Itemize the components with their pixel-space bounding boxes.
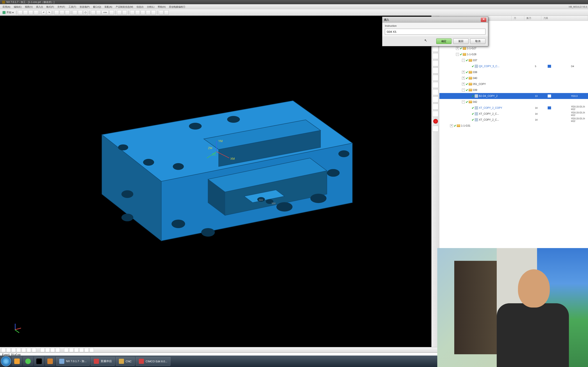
vt-btn-17[interactable] (90, 348, 94, 352)
toolbar-btn-g[interactable] (122, 10, 127, 15)
toolbar-btn-info[interactable]: ⓘ (83, 10, 88, 15)
toolbar-btn-copy[interactable] (60, 10, 64, 15)
tree-row[interactable]: ✔B2-D4_COPY_213YD3.3 (439, 93, 588, 99)
start-button[interactable]: 开始 ▾ (1, 11, 15, 14)
menu-application[interactable]: 应用(A) (1, 5, 12, 9)
tree-row[interactable]: ✔XT_COPY_2_COPY14YD3.15-D1.9-H12 (439, 105, 588, 111)
op-btn-15[interactable] (433, 126, 438, 132)
menu-insert[interactable]: 插入(I) (34, 5, 45, 9)
close-icon[interactable]: ✕ (481, 18, 486, 22)
graphics-viewport[interactable]: YM XM ZM ZC M4 M4 (0, 16, 431, 347)
vt-btn-7[interactable] (32, 348, 36, 352)
toolbar-btn-redo[interactable]: ↷ (47, 10, 51, 15)
vt-btn-11[interactable] (56, 348, 60, 352)
toolbar-btn-cut[interactable] (54, 10, 59, 15)
op-btn-10[interactable] (433, 82, 438, 88)
vt-btn-16[interactable] (84, 348, 89, 352)
tree-row[interactable]: +✔040 (439, 75, 588, 81)
toolbar-btn-css[interactable]: CSS (101, 10, 109, 15)
taskbar-item[interactable]: NX 7.0.1.7 - 加... (56, 357, 90, 366)
ok-button[interactable]: 确定 (436, 38, 451, 44)
menu-help[interactable]: 帮助(H) (156, 5, 167, 9)
vt-btn-1[interactable] (1, 348, 6, 352)
toolbar-sel-2[interactable] (135, 10, 140, 15)
vt-btn-5[interactable] (22, 348, 26, 352)
vt-btn-6[interactable] (27, 348, 31, 352)
vt-btn-8[interactable] (40, 348, 45, 352)
toolbar-btn-e[interactable] (109, 10, 114, 15)
menu-window[interactable]: 窗口(Q) (91, 5, 103, 9)
cancel-button[interactable]: 取消 (470, 38, 485, 44)
menu-view[interactable]: 视图(V) (23, 5, 34, 9)
tree-row[interactable]: ✔XT_COPY_2_C...14YD3.15-D1.9-H12 (439, 111, 588, 117)
menu-extra[interactable]: 星创电极编程① (167, 5, 187, 9)
tree-row[interactable]: ✔QX_COPY_5_C...5D4 (439, 63, 588, 69)
menu-edit[interactable]: 编辑(E) (12, 5, 23, 9)
toolbar-btn-a[interactable] (73, 10, 77, 15)
vt-btn-9[interactable] (45, 348, 50, 352)
toolbar-btn-4[interactable] (34, 10, 38, 15)
tree-row[interactable]: −✔037 (439, 57, 588, 63)
op-btn-5[interactable] (433, 46, 438, 52)
vt-btn-4[interactable] (16, 348, 21, 352)
vt-btn-12[interactable] (64, 348, 68, 352)
pin-3[interactable] (34, 357, 44, 366)
op-btn-6[interactable] (433, 53, 438, 59)
op-btn-11[interactable] (433, 89, 438, 95)
op-btn-12[interactable] (433, 96, 438, 102)
tree-row[interactable]: −✔1-1-G28 (439, 51, 588, 57)
menu-pmi[interactable]: 产品制造信息(M) (114, 5, 135, 9)
menu-info[interactable]: 信息(I) (135, 5, 145, 9)
toolbar-sel-6[interactable] (159, 10, 163, 15)
menu-assembly[interactable]: 装配(A) (103, 5, 114, 9)
tree-row[interactable]: ✔XT_COPY_2_C...14YD3.15-D1.9-H12 (439, 117, 588, 123)
instruction-input[interactable] (385, 29, 485, 35)
col-seq[interactable]: 刀 (512, 16, 524, 20)
tree-row[interactable]: +✔038 (439, 69, 588, 75)
dialog-title-bar[interactable]: 插入 ✕ (382, 17, 488, 23)
op-btn-14[interactable] (433, 111, 438, 117)
pin-2[interactable] (23, 357, 33, 366)
toolbar-btn-2[interactable] (23, 10, 28, 15)
toolbar-btn-f[interactable] (117, 10, 122, 15)
back-button[interactable]: 返回 (453, 38, 468, 44)
tree-row[interactable]: −✔039 (439, 87, 588, 93)
toolbar-btn-undo[interactable]: ↶ (41, 10, 46, 15)
tree-row[interactable]: +✔051_COPY (439, 81, 588, 87)
col-tool[interactable]: 刀具 (541, 16, 588, 20)
vt-btn-10[interactable] (50, 348, 55, 352)
menu-tools[interactable]: 工具(T) (67, 5, 78, 9)
vt-btn-2[interactable] (6, 348, 11, 352)
tree-row[interactable]: −✔042 (439, 99, 588, 105)
vt-btn-13[interactable] (69, 348, 74, 352)
start-orb[interactable] (1, 356, 11, 366)
toolbar-sel-7[interactable] (164, 10, 169, 15)
toolbar-sel-4[interactable] (146, 10, 150, 15)
toolbar-btn-3[interactable] (28, 10, 33, 15)
op-btn-7[interactable] (433, 60, 438, 66)
toolbar-btn-paste[interactable] (65, 10, 70, 15)
toolbar-btn-c[interactable] (91, 10, 96, 15)
vt-btn-3[interactable] (11, 348, 16, 352)
pin-4[interactable] (45, 357, 55, 366)
op-btn-13[interactable] (433, 104, 438, 110)
taskbar-item[interactable]: 直播伴侣 (91, 357, 115, 366)
toolbar-btn-d[interactable] (96, 10, 101, 15)
toolbar-sel-3[interactable] (140, 10, 145, 15)
pin-1[interactable] (12, 357, 22, 366)
toolbar-btn-b[interactable] (78, 10, 82, 15)
vt-btn-14[interactable] (74, 348, 79, 352)
op-btn-8[interactable] (433, 67, 438, 74)
col-change[interactable]: 换刀 (524, 16, 541, 20)
vt-btn-15[interactable] (79, 348, 84, 352)
menu-file[interactable]: 文件(F) (56, 5, 67, 9)
taskbar-item[interactable]: CNC (116, 357, 135, 366)
tree-row[interactable]: +✔1-1-G27 (439, 45, 588, 51)
tree-row[interactable]: +✔1-1-G31 (439, 123, 588, 129)
op-btn-9[interactable] (433, 75, 438, 81)
menu-format[interactable]: 格式(F) (45, 5, 56, 9)
toolbar-btn-1[interactable] (18, 10, 23, 15)
menu-analysis[interactable]: 分析(L) (145, 5, 156, 9)
toolbar-sel-5[interactable] (151, 10, 156, 15)
menu-preferences[interactable]: 首选项(P) (78, 5, 91, 9)
